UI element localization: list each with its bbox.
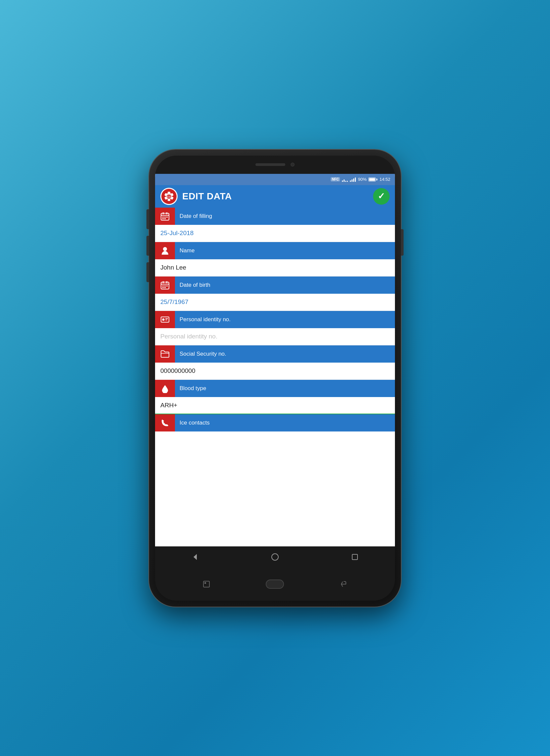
field-header-date-of-filling[interactable]: Date of filling xyxy=(155,208,395,225)
field-header-blood[interactable]: Blood type xyxy=(155,380,395,397)
svg-rect-20 xyxy=(164,285,166,286)
home-icon xyxy=(271,553,279,561)
pid-value-row[interactable]: Personal identity no. xyxy=(155,328,395,345)
recents-icon xyxy=(351,553,359,561)
phone-screen-container: NFC 90% xyxy=(155,156,395,601)
recents-button[interactable] xyxy=(347,549,363,565)
field-section-blood: Blood type ARH+ xyxy=(155,380,395,414)
svg-rect-11 xyxy=(166,217,168,218)
dob-value: 25/7/1967 xyxy=(160,298,188,306)
dob-value-row[interactable]: 25/7/1967 xyxy=(155,294,395,311)
phone-device: NFC 90% xyxy=(149,150,401,607)
svg-rect-12 xyxy=(162,218,164,219)
content-area: Date of filling 25-Jul-2018 xyxy=(155,208,395,546)
svg-rect-32 xyxy=(203,581,209,587)
blood-value-row[interactable]: ARH+ xyxy=(155,397,395,414)
bar1 xyxy=(342,180,343,182)
recent-apps-icon xyxy=(203,580,210,588)
svg-point-25 xyxy=(162,318,165,321)
confirm-button[interactable]: ✓ xyxy=(373,188,390,205)
pid-label: Personal identity no. xyxy=(179,316,230,323)
folder-icon-box xyxy=(155,345,175,363)
speaker-grille xyxy=(255,163,285,166)
star-of-life-icon: ICE xyxy=(161,189,176,204)
svg-rect-31 xyxy=(352,554,358,560)
svg-rect-16 xyxy=(163,281,164,283)
svg-rect-22 xyxy=(162,287,164,288)
svg-rect-9 xyxy=(162,217,164,218)
status-bar: NFC 90% xyxy=(155,174,395,185)
signal-strength-2 xyxy=(350,177,356,182)
blood-value: ARH+ xyxy=(160,402,177,409)
ice-logo-inner: ICE xyxy=(161,189,176,204)
person-icon-box xyxy=(155,242,175,259)
bar2 xyxy=(352,179,353,182)
field-section-ssn: Social Security no. 0000000000 xyxy=(155,345,395,380)
checkmark-icon: ✓ xyxy=(378,191,385,201)
ssn-value: 0000000000 xyxy=(160,367,195,375)
name-label: Name xyxy=(179,247,194,254)
page-title: EDIT DATA xyxy=(182,191,373,202)
svg-rect-33 xyxy=(204,582,206,584)
phone-icon-box xyxy=(155,414,175,431)
svg-rect-19 xyxy=(162,285,164,286)
bar3 xyxy=(353,178,354,182)
date-of-filling-value-row[interactable]: 25-Jul-2018 xyxy=(155,225,395,242)
recent-apps-button[interactable] xyxy=(203,580,210,588)
blood-icon-box xyxy=(155,380,175,397)
battery-fill xyxy=(369,178,375,181)
battery-percent: 90% xyxy=(358,177,367,182)
field-header-pid[interactable]: Personal identity no. xyxy=(155,311,395,328)
camera xyxy=(291,163,295,167)
battery-icon xyxy=(369,177,377,181)
bar4 xyxy=(355,177,356,182)
field-section-dob: Date of birth 25/7/1967 xyxy=(155,277,395,311)
signal-strength-1 xyxy=(342,177,348,182)
svg-rect-23 xyxy=(164,287,166,288)
svg-rect-17 xyxy=(166,281,167,283)
field-header-ice-contacts[interactable]: Ice contacts xyxy=(155,414,395,431)
dob-label: Date of birth xyxy=(179,282,210,288)
date-of-filling-label: Date of filling xyxy=(179,213,212,220)
ssn-label: Social Security no. xyxy=(179,351,226,357)
svg-point-14 xyxy=(163,247,167,251)
svg-rect-21 xyxy=(166,285,168,286)
svg-text:ICE: ICE xyxy=(167,196,171,198)
svg-rect-7 xyxy=(166,212,167,214)
ssn-value-row[interactable]: 0000000000 xyxy=(155,363,395,380)
phone-top-bar xyxy=(155,156,395,174)
date-of-filling-value: 25-Jul-2018 xyxy=(160,229,193,237)
home-button[interactable] xyxy=(267,549,283,565)
svg-rect-13 xyxy=(164,218,166,219)
id-card-icon-box xyxy=(155,311,175,328)
physical-home-button[interactable] xyxy=(266,580,284,589)
svg-rect-27 xyxy=(165,320,167,320)
field-header-name[interactable]: Name xyxy=(155,242,395,259)
name-value-row[interactable]: John Lee xyxy=(155,259,395,277)
phone-bottom-bar xyxy=(155,568,395,601)
ice-logo: ICE xyxy=(160,188,177,205)
navigation-bar xyxy=(155,546,395,568)
nfc-indicator: NFC xyxy=(331,177,340,181)
bar4 xyxy=(347,181,348,182)
svg-marker-29 xyxy=(193,554,197,560)
field-section-date-of-filling: Date of filling 25-Jul-2018 xyxy=(155,208,395,242)
pid-value: Personal identity no. xyxy=(160,333,217,340)
field-section-ice-contacts: Ice contacts xyxy=(155,414,395,431)
blood-drop-icon xyxy=(160,384,170,393)
battery-body xyxy=(369,177,376,181)
field-section-name: Name John Lee xyxy=(155,242,395,277)
svg-point-30 xyxy=(272,554,278,560)
back-icon xyxy=(191,553,199,561)
person-icon xyxy=(160,246,170,255)
bar1 xyxy=(350,180,351,182)
id-card-icon xyxy=(160,315,170,324)
svg-rect-26 xyxy=(165,318,168,319)
back-hw-button[interactable] xyxy=(340,580,347,588)
field-header-dob[interactable]: Date of birth xyxy=(155,277,395,294)
bar2 xyxy=(344,179,345,182)
back-button[interactable] xyxy=(187,549,203,565)
app-header: ICE EDIT DATA ✓ xyxy=(155,185,395,208)
field-header-ssn[interactable]: Social Security no. xyxy=(155,345,395,363)
calendar2-icon-box xyxy=(155,277,175,294)
